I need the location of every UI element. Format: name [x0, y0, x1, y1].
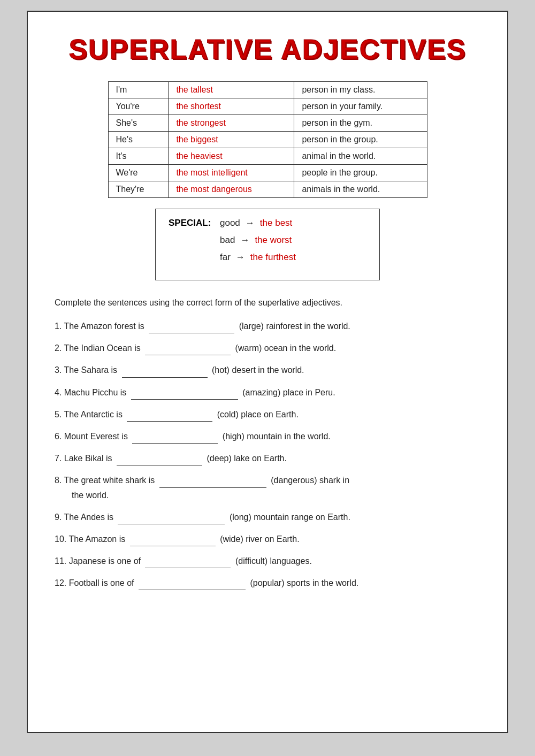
table-row: She'sthe strongestperson in the gym. [108, 115, 427, 132]
list-item: 7. Lake Bikal is (deep) lake on Earth. [55, 451, 480, 465]
exercise-prefix: The Sahara is [64, 365, 118, 375]
special-superlative: the worst [255, 235, 292, 246]
pronoun-cell: They're [108, 181, 169, 198]
answer-blank[interactable] [131, 399, 238, 400]
exercise-list: 1. The Amazon forest is (large) rainfore… [55, 319, 480, 590]
answer-blank[interactable] [127, 421, 212, 422]
special-superlative: the furthest [250, 252, 296, 263]
exercise-num: 10. [55, 534, 66, 544]
answer-blank[interactable] [118, 524, 225, 524]
exercise-suffix: lake on Earth. [234, 454, 287, 463]
superlative-cell: the most intelligent [169, 165, 294, 181]
answer-blank[interactable] [149, 333, 234, 333]
exercise-num: 9. [55, 513, 62, 522]
list-item: 10. The Amazon is (wide) river on Earth. [55, 532, 480, 546]
list-item: 1. The Amazon forest is (large) rainfore… [55, 319, 480, 333]
list-item: 4. Machu Picchu is (amazing) place in Pe… [55, 385, 480, 400]
superlative-cell: the heaviest [169, 148, 294, 165]
exercise-prefix: The Indian Ocean is [64, 343, 141, 353]
exercise-num: 12. [55, 578, 66, 587]
list-item: 8. The great white shark is (dangerous) … [55, 473, 480, 502]
table-row: He'sthe biggestperson in the group. [108, 132, 427, 148]
exercise-hint: (deep) [207, 454, 232, 463]
exercise-suffix: place on Earth. [241, 410, 299, 419]
list-item: 6. Mount Everest is (high) mountain in t… [55, 429, 480, 444]
table-row: It'sthe heaviestanimal in the world. [108, 148, 427, 165]
list-item: 11. Japanese is one of (difficult) langu… [55, 554, 480, 568]
phrase-cell: person in the gym. [294, 115, 427, 132]
exercise-hint: (difficult) [235, 556, 268, 566]
exercise-prefix: Football is one of [69, 578, 134, 587]
arrow-icon: → [246, 218, 255, 228]
exercise-prefix: Machu Picchu is [64, 388, 127, 397]
page-title: SUPERLATIVE ADJECTIVES [55, 33, 480, 65]
superlative-cell: the shortest [169, 98, 294, 115]
exercise-num: 1. [55, 322, 62, 331]
exercise-suffix: mountain in the world. [247, 432, 331, 441]
phrase-cell: person in the group. [294, 132, 427, 148]
phrase-cell: animals in the world. [294, 181, 427, 198]
pronoun-cell: You're [108, 98, 169, 115]
pronoun-cell: She's [108, 115, 169, 132]
exercise-hint: (dangerous) [271, 476, 317, 485]
special-base-word: bad [220, 235, 235, 246]
exercise-num: 2. [55, 343, 62, 353]
list-item: 3. The Sahara is (hot) desert in the wor… [55, 363, 480, 377]
superlative-cell: the tallest [169, 82, 294, 98]
exercise-num: 6. [55, 432, 62, 441]
exercise-hint: (amazing) [242, 388, 280, 397]
exercise-hint: (high) [223, 432, 244, 441]
superlative-cell: the biggest [169, 132, 294, 148]
exercise-prefix: The Antarctic is [64, 410, 123, 419]
exercise-prefix: Mount Everest is [64, 432, 128, 441]
answer-blank[interactable] [122, 377, 208, 378]
exercise-num: 3. [55, 365, 62, 375]
exercise-num: 8. [55, 476, 62, 485]
table-row: We'rethe most intelligentpeople in the g… [108, 165, 427, 181]
list-item: 9. The Andes is (long) mountain range on… [55, 510, 480, 524]
list-item: 5. The Antarctic is (cold) place on Eart… [55, 407, 480, 422]
exercise-hint: (hot) [212, 365, 230, 375]
answer-blank[interactable] [145, 355, 231, 355]
arrow-icon: → [236, 252, 245, 263]
exercise-num: 7. [55, 454, 62, 463]
special-base-word: good [220, 218, 240, 228]
table-row: I'mthe tallestperson in my class. [108, 82, 427, 98]
answer-blank[interactable] [145, 568, 231, 568]
list-item: 2. The Indian Ocean is (warm) ocean in t… [55, 341, 480, 355]
special-box: SPECIAL:good → the bestbad → the worstfa… [155, 209, 380, 280]
answer-blank[interactable] [130, 546, 216, 546]
answer-blank[interactable] [117, 465, 202, 465]
superlative-cell: the most dangerous [169, 181, 294, 198]
exercise-suffix: desert in the world. [232, 365, 304, 375]
exercise-hint: (wide) [220, 534, 243, 544]
exercise-hint: (warm) [235, 343, 262, 353]
exercise-hint: (popular) [250, 578, 284, 587]
exercise-suffix: river on Earth. [246, 534, 299, 544]
exercise-suffix: mountain range on Earth. [254, 513, 350, 522]
exercise-hint: (cold) [217, 410, 239, 419]
exercise-suffix2: the world. [72, 491, 109, 500]
answer-blank[interactable] [132, 443, 218, 444]
exercise-hint: (long) [230, 513, 251, 522]
exercise-num: 4. [55, 388, 62, 397]
exercise-prefix: The Amazon is [68, 534, 125, 544]
special-superlative: the best [260, 218, 293, 228]
exercise-suffix: place in Peru. [283, 388, 335, 397]
table-row: You'rethe shortestperson in your family. [108, 98, 427, 115]
answer-blank[interactable] [139, 590, 246, 590]
worksheet-page: SUPERLATIVE ADJECTIVES I'mthe tallestper… [27, 11, 508, 733]
pronoun-cell: He's [108, 132, 169, 148]
pronoun-cell: We're [108, 165, 169, 181]
list-item: 12. Football is one of (popular) sports … [55, 576, 480, 590]
superlative-cell: the strongest [169, 115, 294, 132]
exercise-prefix: The Amazon forest is [64, 322, 144, 331]
pronoun-cell: It's [108, 148, 169, 165]
special-row: SPECIAL:good → the best [169, 218, 366, 228]
answer-blank[interactable] [159, 487, 266, 488]
special-row: bad → the worst [169, 235, 366, 246]
phrase-cell: animal in the world. [294, 148, 427, 165]
special-row: far → the furthest [169, 252, 366, 263]
exercise-suffix: sports in the world. [287, 578, 358, 587]
phrase-cell: person in your family. [294, 98, 427, 115]
